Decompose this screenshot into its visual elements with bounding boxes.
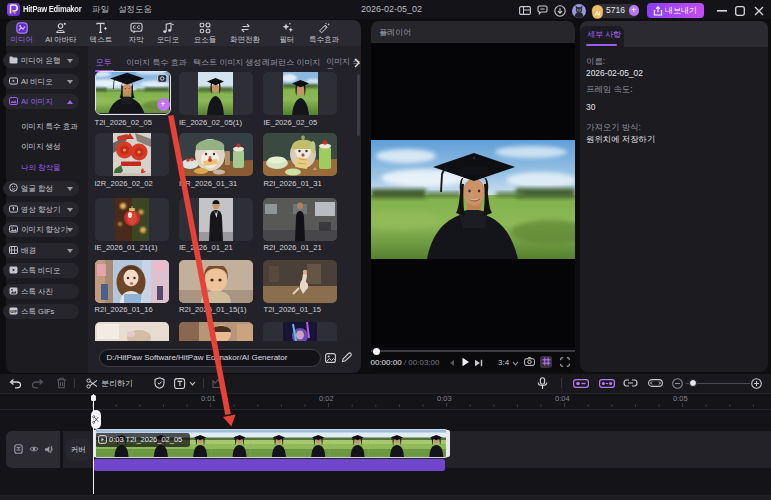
- svg-text:GIF: GIF: [10, 309, 17, 314]
